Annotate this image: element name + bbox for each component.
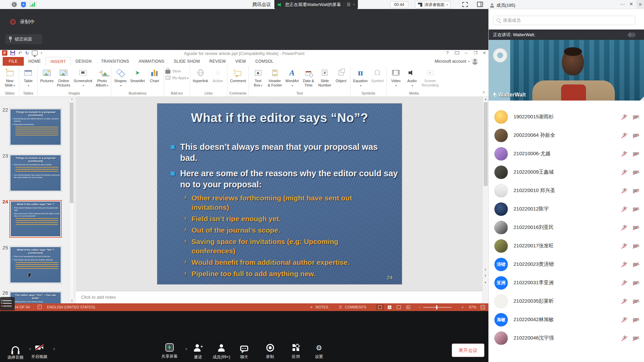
language-label[interactable]: ENGLISH (UNITED STATES) xyxy=(47,305,95,309)
minimize-icon[interactable]: ─ xyxy=(462,51,470,55)
mic-off-icon[interactable] xyxy=(622,280,627,286)
zoom-level[interactable]: 67% xyxy=(469,305,476,309)
video-button[interactable]: Video xyxy=(388,66,404,88)
wordart-button[interactable]: A WordArt xyxy=(284,66,300,88)
new-slide-button[interactable]: NewSlide xyxy=(2,66,17,88)
camera-off-icon[interactable] xyxy=(633,317,640,323)
zoom-slider[interactable] xyxy=(423,307,451,308)
zoom-in-icon[interactable]: + xyxy=(462,305,464,309)
camera-off-icon[interactable] xyxy=(633,225,640,231)
share-screen-button[interactable]: 共享屏幕 xyxy=(155,343,183,359)
chat-button[interactable]: 聊天 xyxy=(230,344,258,360)
scroll-down-icon[interactable]: ▼ xyxy=(69,299,74,302)
leave-meeting-button[interactable]: 离开会议 xyxy=(452,344,484,357)
qat-customize-icon[interactable]: ▾ xyxy=(41,52,42,55)
help-icon[interactable]: ? xyxy=(443,51,451,55)
spellcheck-icon[interactable] xyxy=(38,305,42,309)
slideshow-view-button[interactable] xyxy=(405,304,412,310)
tab-view[interactable]: VIEW xyxy=(230,57,251,66)
tab-file[interactable]: FILE xyxy=(3,57,24,66)
tab-animations[interactable]: ANIMATIONS xyxy=(134,57,169,66)
mic-off-icon[interactable] xyxy=(622,317,627,323)
speaker-video-tile[interactable]: WalterWalt xyxy=(489,40,644,101)
video-options-caret[interactable]: ∧ xyxy=(53,347,55,351)
camera-off-icon[interactable] xyxy=(633,336,640,342)
watching-screen-banner[interactable]: 您正在观看WalterWalt的屏幕 ☰ ▾ xyxy=(274,0,358,9)
scrollbar-thumb[interactable] xyxy=(70,103,73,203)
panel-menu-icon[interactable]: ≡ xyxy=(636,0,644,9)
screenshot-button[interactable]: Screenshot xyxy=(72,66,94,88)
mic-off-icon[interactable] xyxy=(622,188,627,194)
member-row[interactable]: 旭敏 210220042林旭敏 xyxy=(489,311,644,329)
smartart-button[interactable]: ➤ SmartArt xyxy=(129,66,146,83)
mic-off-icon[interactable] xyxy=(622,114,627,120)
mic-off-icon[interactable] xyxy=(622,299,627,305)
normal-view-button[interactable] xyxy=(376,304,384,310)
mic-off-icon[interactable] xyxy=(622,225,627,231)
tab-home[interactable]: HOME xyxy=(24,57,46,66)
store-button[interactable]: Store xyxy=(165,68,181,74)
member-row[interactable]: 210220010 郑兴圣 xyxy=(489,182,644,200)
next-slide-button[interactable]: ∨ xyxy=(482,274,488,277)
camera-off-icon[interactable] xyxy=(633,114,640,120)
member-row[interactable]: 200220064 孙新全 xyxy=(489,126,644,145)
member-row[interactable]: 浯锴 210220023黄浯锴 xyxy=(489,255,644,274)
reading-view-button[interactable] xyxy=(395,304,402,310)
more-options-icon[interactable]: ⋯ xyxy=(620,1,625,7)
equation-button[interactable]: π Equation xyxy=(352,66,369,88)
editor-scrollbar[interactable]: ▲ xyxy=(482,97,488,303)
shapes-button[interactable]: Shapes xyxy=(113,66,128,88)
search-member-input[interactable]: 搜索成员 xyxy=(493,16,635,25)
lock-view-button[interactable]: 锁定画面 xyxy=(5,34,42,44)
camera-off-icon[interactable] xyxy=(633,280,640,286)
my-apps-button[interactable]: My Apps xyxy=(165,76,189,80)
collapse-ribbon-icon[interactable]: ∧ xyxy=(483,90,485,94)
slide-number-button[interactable]: # SlideNumber xyxy=(317,66,333,87)
scroll-down-icon[interactable]: ▼ xyxy=(482,281,488,284)
fit-slide-icon[interactable] xyxy=(481,305,485,309)
date-time-button[interactable]: Date &Time xyxy=(301,66,316,87)
tab-comsol[interactable]: COMSOL xyxy=(251,57,278,66)
close-window-icon[interactable]: ✕ xyxy=(480,51,488,55)
tab-transitions[interactable]: TRANSITIONS xyxy=(96,57,134,66)
record-button[interactable]: 录制 xyxy=(256,343,284,360)
mic-off-icon[interactable] xyxy=(622,262,627,268)
scroll-up-icon[interactable]: ▲ xyxy=(69,98,74,100)
undo-icon[interactable]: ↶ xyxy=(18,50,22,56)
thumbnail-scrollbar[interactable]: ▲ ▼ xyxy=(69,98,74,302)
meeting-info-button[interactable]: i xyxy=(10,1,18,8)
close-panel-icon[interactable]: ✕ xyxy=(629,1,633,7)
camera-off-icon[interactable] xyxy=(633,262,640,268)
member-row[interactable]: 210210006-尤越 xyxy=(489,145,644,163)
resize-handle[interactable] xyxy=(640,96,644,101)
meeting-protection-button[interactable]: + xyxy=(19,1,28,8)
symbol-button[interactable]: Ω Symbol xyxy=(370,66,385,83)
pictures-button[interactable]: Pictures xyxy=(39,66,55,83)
save-icon[interactable] xyxy=(10,51,15,55)
member-row[interactable]: 210220016刘亚民 xyxy=(489,219,644,237)
camera-off-icon[interactable] xyxy=(633,299,640,305)
member-row[interactable]: 210220009王鑫城 xyxy=(489,163,644,182)
start-video-button[interactable]: 开启视频 xyxy=(25,343,53,360)
slide-thumbnail-24-selected[interactable]: What if the editor says “No”? This doesn… xyxy=(9,200,62,238)
hyperlink-button[interactable]: Hyperlink xyxy=(192,66,210,83)
audio-button[interactable]: Audio xyxy=(404,66,420,88)
comment-button[interactable]: Comment xyxy=(229,66,248,83)
tab-slideshow[interactable]: SLIDE SHOW xyxy=(169,57,205,66)
member-row[interactable]: 210220046沈宇强 xyxy=(489,329,644,348)
zoom-out-icon[interactable]: − xyxy=(419,305,421,309)
mic-off-icon[interactable] xyxy=(622,133,627,139)
mic-off-icon[interactable] xyxy=(622,151,627,157)
notes-toggle[interactable]: NOTES xyxy=(316,305,328,309)
camera-off-icon[interactable] xyxy=(633,170,640,176)
slide-thumbnail-26[interactable]: The editor says “Yes” – You can write! G… xyxy=(9,291,62,303)
member-row[interactable]: 210220012陈宇 xyxy=(489,200,644,219)
online-pictures-button[interactable]: OnlinePictures xyxy=(56,66,72,87)
current-slide[interactable]: What if the editor says “No”? This doesn… xyxy=(157,104,402,284)
previous-slide-button[interactable]: ∧ xyxy=(482,268,488,271)
tab-design[interactable]: DESIGN xyxy=(71,57,96,66)
table-button[interactable]: Table xyxy=(20,66,36,88)
sidebar-toggle-icon[interactable] xyxy=(477,2,483,7)
display-settings-icon[interactable] xyxy=(453,51,461,55)
camera-off-icon[interactable] xyxy=(633,151,640,157)
